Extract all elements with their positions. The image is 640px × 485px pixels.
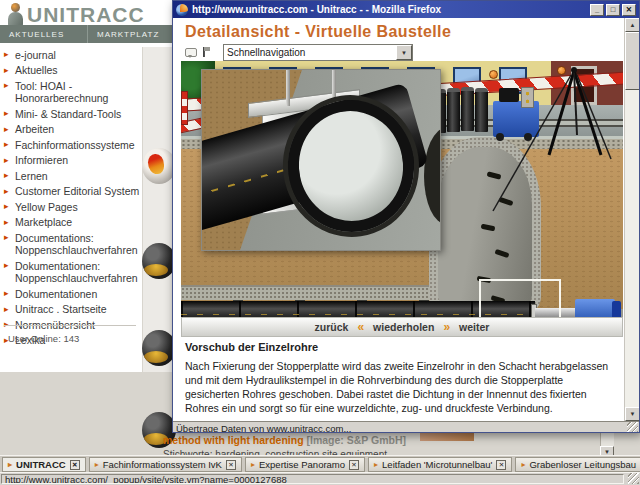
article-thumbnail[interactable]: [142, 330, 176, 366]
tab-close-icon[interactable]: ✕: [349, 460, 359, 470]
sidebar-item-documentations-noppenschlauch[interactable]: ▸Documentations: Noppenschlauchverfahren: [2, 230, 140, 258]
close-button[interactable]: ✕: [622, 4, 636, 16]
quicknav-dropdown[interactable]: Schnellnavigation ▼: [223, 44, 413, 61]
sidebar-item-marketplace[interactable]: ▸Marketplace: [2, 215, 140, 231]
tab-unitracc[interactable]: ▸UNITRACC✕: [2, 457, 86, 472]
flags-icon[interactable]: [203, 47, 217, 58]
dropdown-arrow-icon: ▼: [396, 45, 412, 60]
scroll-down-icon: ▼: [604, 449, 610, 455]
sidebar-item-label: Mini- & Standard-Tools: [15, 108, 121, 120]
arrow-bullet-icon: ▸: [4, 303, 9, 316]
article-thumbnail[interactable]: [142, 148, 176, 184]
sidebar-item-mini-standard-tools[interactable]: ▸Mini- & Standard-Tools: [2, 106, 140, 122]
sidebar-item-label: Customer Editorial System: [15, 185, 139, 197]
screen: Unitracc - Underground Infrastructure Tr…: [0, 0, 640, 485]
maximize-button[interactable]: □: [606, 4, 620, 16]
sidebar-divider: [4, 325, 136, 326]
popup-titlebar[interactable]: http://www.unitracc.com - Unitracc - - M…: [173, 1, 639, 18]
sidebar-item-e-journal[interactable]: ▸e-journal: [2, 47, 140, 63]
status-url: http://www.unitracc.com/_popup/vsite/vsi…: [1, 474, 624, 484]
next-control[interactable]: weiter: [459, 321, 489, 333]
sidebar-item-lernen[interactable]: ▸Lernen: [2, 168, 140, 184]
scroll-up-icon: ▲: [630, 22, 636, 28]
tab-grabenloser-leitungsbau[interactable]: ▸Grabenloser Leitungsbau✕: [515, 457, 640, 472]
tab-label: Expertise Panoramo: [259, 459, 345, 470]
page-title: Detailansicht - Virtuelle Baustelle: [185, 23, 451, 41]
tab-label: UNITRACC: [16, 459, 66, 470]
arrow-bullet-icon: ▸: [4, 231, 9, 244]
popup-resize-grip[interactable]: [627, 422, 638, 433]
arrow-bullet-icon: ▸: [4, 259, 9, 272]
arrow-bullet-icon: ▸: [4, 200, 9, 213]
arrow-bullet-icon: ▸: [4, 79, 9, 92]
minimize-button[interactable]: _: [590, 4, 604, 16]
article-text: Vorschub der Einzelrohre Nach Fixierung …: [185, 341, 609, 433]
quicknav-row: Schnellnavigation ▼: [185, 44, 413, 61]
inset-suspension-rod: [286, 70, 290, 106]
article-title: Vorschub der Einzelrohre: [185, 341, 609, 353]
repeat-control[interactable]: wiederholen: [373, 321, 434, 333]
status-bar: http://www.unitracc.com/_popup/vsite/vsi…: [0, 472, 640, 485]
unitracc-logo[interactable]: UNITRACC: [7, 3, 145, 27]
tab-label: Fachinformationssystem IvK: [103, 459, 222, 470]
tab-expertise-panoramo[interactable]: ▸Expertise Panoramo✕: [245, 457, 365, 472]
tab-close-icon[interactable]: ✕: [70, 460, 80, 470]
arrow-bullet-icon: ▸: [4, 138, 9, 151]
resize-grip[interactable]: [628, 473, 639, 484]
scroll-down-icon: ▼: [630, 411, 636, 417]
sidebar-item-dokumentationen-noppenschlauch[interactable]: ▸Dokumentationen: Noppenschlauchverfahre…: [2, 258, 140, 286]
sidebar-item-label: Unitracc . Startseite: [15, 303, 107, 315]
tab-close-icon[interactable]: ✕: [226, 460, 236, 470]
sidebar-item-label: Informieren: [15, 154, 68, 166]
article-paragraph: Nach Fixierung der Stopperplatte wird da…: [185, 359, 609, 415]
sidebar-item-label: Arbeiten: [15, 123, 54, 135]
sidebar-item-label: Fachinformationssysteme: [15, 139, 135, 151]
back-control[interactable]: zurück: [315, 321, 349, 333]
tab-leitfaden-microtunnelbau[interactable]: ▸Leitfaden 'Microtunnelbau'✕: [368, 457, 512, 472]
sidebar-item-fachinformationssysteme[interactable]: ▸Fachinformationssysteme: [2, 137, 140, 153]
sidebar-item-dokumentationen[interactable]: ▸Dokumentationen: [2, 286, 140, 302]
article-headline: method with light hardening: [163, 434, 304, 446]
popup-scrollbar[interactable]: ▲ ▼: [624, 18, 639, 421]
tab-fachinformationssystem[interactable]: ▸Fachinformationssystem IvK✕: [89, 457, 242, 472]
nav-marktplatz[interactable]: MARKTPLATZ: [88, 25, 176, 43]
sidebar-item-unitracc-startseite[interactable]: ▸Unitracc . Startseite: [2, 302, 140, 318]
popup-title: http://www.unitracc.com - Unitracc - - M…: [192, 4, 441, 15]
arrow-bullet-icon: ▸: [4, 123, 9, 136]
scroll-up-button[interactable]: ▲: [625, 18, 640, 32]
sidebar-item-arbeiten[interactable]: ▸Arbeiten: [2, 122, 140, 138]
arrow-bullet-icon: ▸: [4, 107, 9, 120]
sidebar-item-tool-hoai[interactable]: ▸Tool: HOAI - Honorarberechnung: [2, 78, 140, 106]
tab-label: Grabenloser Leitungsbau: [529, 459, 636, 470]
arrow-bullet-icon: ▸: [4, 287, 9, 300]
arrow-bullet-icon: ▸: [4, 64, 9, 77]
sidebar-item-label: Tool: HOAI - Honorarberechnung: [15, 80, 108, 105]
sidebar-item-aktuelles[interactable]: ▸Aktuelles: [2, 63, 140, 79]
article-thumbnail[interactable]: [142, 243, 176, 279]
tab-bullet-icon: ▸: [251, 460, 255, 469]
sidebar-item-label: Yellow Pages: [15, 201, 78, 213]
tab-bar: ▸UNITRACC✕ ▸Fachinformationssystem IvK✕ …: [0, 455, 640, 472]
background-scrollbar-track[interactable]: [600, 433, 614, 446]
sidebar-item-yellow-pages[interactable]: ▸Yellow Pages: [2, 199, 140, 215]
tab-bullet-icon: ▸: [374, 460, 378, 469]
arrow-bullet-icon: ▸: [4, 169, 9, 182]
next-double-arrow-icon: »: [443, 320, 450, 334]
comment-icon[interactable]: [185, 48, 197, 57]
scrollbar-thumb[interactable]: [625, 32, 640, 90]
arrow-bullet-icon: ▸: [4, 154, 9, 167]
tab-close-icon[interactable]: ✕: [496, 460, 506, 470]
sidebar-item-label: Documentations: Noppenschlauchverfahren: [15, 232, 138, 257]
nav-aktuelles[interactable]: AKTUELLES: [0, 25, 88, 43]
logo-text: UNITRACC: [27, 3, 145, 27]
tab-bullet-icon: ▸: [521, 460, 525, 469]
image-credit: [Image: S&P GmbH]: [307, 434, 407, 446]
tab-bullet-icon: ▸: [95, 460, 99, 469]
sidebar-item-customer-editorial-system[interactable]: ▸Customer Editorial System: [2, 184, 140, 200]
scroll-down-button[interactable]: ▼: [625, 407, 640, 421]
sidebar-item-informieren[interactable]: ▸Informieren: [2, 153, 140, 169]
article-headline-fragment[interactable]: method with light hardening [Image: S&P …: [163, 434, 406, 446]
popup-window: http://www.unitracc.com - Unitracc - - M…: [172, 0, 640, 433]
tab-label: Leitfaden 'Microtunnelbau': [382, 459, 492, 470]
virtual-construction-site-animation[interactable]: [181, 61, 623, 317]
